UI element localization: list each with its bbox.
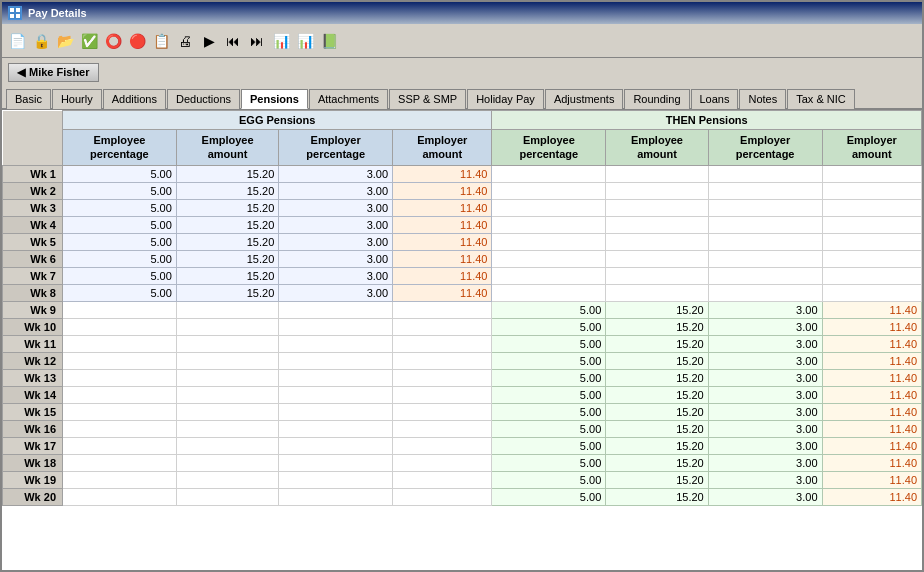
egg-cell-19-2[interactable] bbox=[279, 488, 393, 505]
tab-additions[interactable]: Additions bbox=[103, 89, 166, 109]
egg-cell-11-1[interactable] bbox=[176, 352, 278, 369]
then-cell-13-0[interactable]: 5.00 bbox=[492, 386, 606, 403]
then-cell-14-2[interactable]: 3.00 bbox=[708, 403, 822, 420]
egg-cell-7-1[interactable]: 15.20 bbox=[176, 284, 278, 301]
egg-cell-10-3[interactable] bbox=[393, 335, 492, 352]
then-cell-12-0[interactable]: 5.00 bbox=[492, 369, 606, 386]
then-cell-8-1[interactable]: 15.20 bbox=[606, 301, 708, 318]
egg-cell-4-2[interactable]: 3.00 bbox=[279, 233, 393, 250]
then-cell-6-3[interactable] bbox=[822, 267, 921, 284]
then-cell-14-0[interactable]: 5.00 bbox=[492, 403, 606, 420]
then-cell-3-0[interactable] bbox=[492, 216, 606, 233]
egg-cell-7-0[interactable]: 5.00 bbox=[63, 284, 177, 301]
then-cell-11-0[interactable]: 5.00 bbox=[492, 352, 606, 369]
egg-cell-4-1[interactable]: 15.20 bbox=[176, 233, 278, 250]
egg-cell-17-0[interactable] bbox=[63, 454, 177, 471]
toolbar-print-btn[interactable]: 🖨 bbox=[174, 30, 196, 52]
egg-cell-10-2[interactable] bbox=[279, 335, 393, 352]
egg-cell-15-2[interactable] bbox=[279, 420, 393, 437]
then-cell-18-0[interactable]: 5.00 bbox=[492, 471, 606, 488]
egg-cell-11-2[interactable] bbox=[279, 352, 393, 369]
then-cell-13-2[interactable]: 3.00 bbox=[708, 386, 822, 403]
egg-cell-10-0[interactable] bbox=[63, 335, 177, 352]
then-cell-17-0[interactable]: 5.00 bbox=[492, 454, 606, 471]
then-cell-17-3[interactable]: 11.40 bbox=[822, 454, 921, 471]
then-cell-8-0[interactable]: 5.00 bbox=[492, 301, 606, 318]
tab-deductions[interactable]: Deductions bbox=[167, 89, 240, 109]
then-cell-11-1[interactable]: 15.20 bbox=[606, 352, 708, 369]
then-cell-16-1[interactable]: 15.20 bbox=[606, 437, 708, 454]
then-cell-2-1[interactable] bbox=[606, 199, 708, 216]
then-cell-1-1[interactable] bbox=[606, 182, 708, 199]
then-cell-9-1[interactable]: 15.20 bbox=[606, 318, 708, 335]
egg-cell-13-3[interactable] bbox=[393, 386, 492, 403]
egg-cell-14-0[interactable] bbox=[63, 403, 177, 420]
egg-cell-14-1[interactable] bbox=[176, 403, 278, 420]
then-cell-6-1[interactable] bbox=[606, 267, 708, 284]
then-cell-16-3[interactable]: 11.40 bbox=[822, 437, 921, 454]
egg-cell-8-1[interactable] bbox=[176, 301, 278, 318]
toolbar-save-btn[interactable]: ✅ bbox=[78, 30, 100, 52]
then-cell-5-0[interactable] bbox=[492, 250, 606, 267]
egg-cell-12-1[interactable] bbox=[176, 369, 278, 386]
then-cell-1-0[interactable] bbox=[492, 182, 606, 199]
egg-cell-7-2[interactable]: 3.00 bbox=[279, 284, 393, 301]
then-cell-2-3[interactable] bbox=[822, 199, 921, 216]
egg-cell-3-3[interactable]: 11.40 bbox=[393, 216, 492, 233]
egg-cell-19-3[interactable] bbox=[393, 488, 492, 505]
then-cell-19-2[interactable]: 3.00 bbox=[708, 488, 822, 505]
tab-basic[interactable]: Basic bbox=[6, 89, 51, 109]
tab-attachments[interactable]: Attachments bbox=[309, 89, 388, 109]
tab-holiday-pay[interactable]: Holiday Pay bbox=[467, 89, 544, 109]
then-cell-4-3[interactable] bbox=[822, 233, 921, 250]
egg-cell-9-1[interactable] bbox=[176, 318, 278, 335]
egg-cell-16-0[interactable] bbox=[63, 437, 177, 454]
egg-cell-1-2[interactable]: 3.00 bbox=[279, 182, 393, 199]
then-cell-13-3[interactable]: 11.40 bbox=[822, 386, 921, 403]
egg-cell-4-0[interactable]: 5.00 bbox=[63, 233, 177, 250]
then-cell-7-2[interactable] bbox=[708, 284, 822, 301]
then-cell-5-3[interactable] bbox=[822, 250, 921, 267]
egg-cell-17-2[interactable] bbox=[279, 454, 393, 471]
then-cell-14-3[interactable]: 11.40 bbox=[822, 403, 921, 420]
egg-cell-2-1[interactable]: 15.20 bbox=[176, 199, 278, 216]
egg-cell-0-0[interactable]: 5.00 bbox=[63, 165, 177, 182]
egg-cell-13-2[interactable] bbox=[279, 386, 393, 403]
egg-cell-18-1[interactable] bbox=[176, 471, 278, 488]
egg-cell-9-3[interactable] bbox=[393, 318, 492, 335]
then-cell-10-2[interactable]: 3.00 bbox=[708, 335, 822, 352]
tab-adjustments[interactable]: Adjustments bbox=[545, 89, 624, 109]
then-cell-3-1[interactable] bbox=[606, 216, 708, 233]
toolbar-chart1-btn[interactable]: 📊 bbox=[270, 30, 292, 52]
egg-cell-15-1[interactable] bbox=[176, 420, 278, 437]
egg-cell-18-0[interactable] bbox=[63, 471, 177, 488]
egg-cell-11-3[interactable] bbox=[393, 352, 492, 369]
tab-pensions[interactable]: Pensions bbox=[241, 89, 308, 109]
tab-ssp-smp[interactable]: SSP & SMP bbox=[389, 89, 466, 109]
toolbar-new-btn[interactable]: 📄 bbox=[6, 30, 28, 52]
nav-back-button[interactable]: ◀ Mike Fisher bbox=[8, 63, 99, 82]
egg-cell-10-1[interactable] bbox=[176, 335, 278, 352]
egg-cell-18-3[interactable] bbox=[393, 471, 492, 488]
egg-cell-14-3[interactable] bbox=[393, 403, 492, 420]
then-cell-17-1[interactable]: 15.20 bbox=[606, 454, 708, 471]
egg-cell-5-0[interactable]: 5.00 bbox=[63, 250, 177, 267]
then-cell-3-2[interactable] bbox=[708, 216, 822, 233]
toolbar-excel-btn[interactable]: 📗 bbox=[318, 30, 340, 52]
then-cell-1-3[interactable] bbox=[822, 182, 921, 199]
tab-hourly[interactable]: Hourly bbox=[52, 89, 102, 109]
egg-cell-18-2[interactable] bbox=[279, 471, 393, 488]
then-cell-10-0[interactable]: 5.00 bbox=[492, 335, 606, 352]
egg-cell-5-3[interactable]: 11.40 bbox=[393, 250, 492, 267]
egg-cell-2-2[interactable]: 3.00 bbox=[279, 199, 393, 216]
then-cell-15-3[interactable]: 11.40 bbox=[822, 420, 921, 437]
egg-cell-13-0[interactable] bbox=[63, 386, 177, 403]
then-cell-12-3[interactable]: 11.40 bbox=[822, 369, 921, 386]
toolbar-prev-btn[interactable]: ⏮ bbox=[222, 30, 244, 52]
then-cell-2-0[interactable] bbox=[492, 199, 606, 216]
then-cell-9-3[interactable]: 11.40 bbox=[822, 318, 921, 335]
then-cell-9-2[interactable]: 3.00 bbox=[708, 318, 822, 335]
then-cell-0-3[interactable] bbox=[822, 165, 921, 182]
egg-cell-19-1[interactable] bbox=[176, 488, 278, 505]
egg-cell-19-0[interactable] bbox=[63, 488, 177, 505]
